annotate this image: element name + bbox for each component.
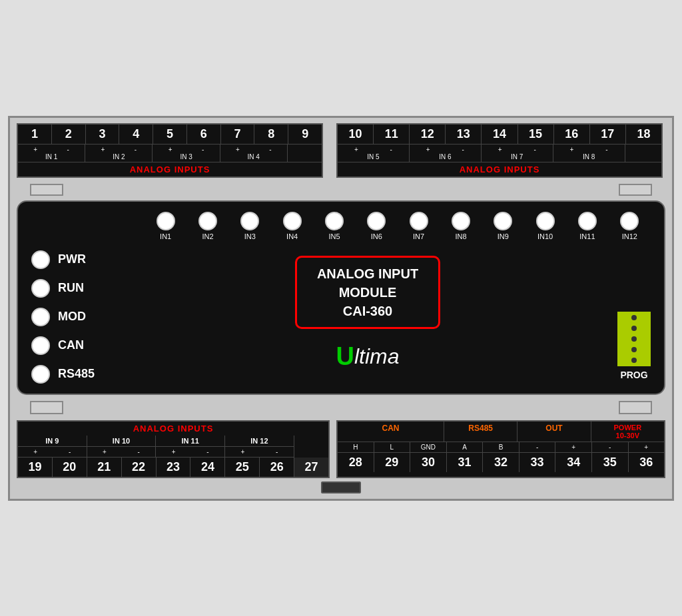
terminal-num-35: 35 [592,453,629,472]
in9-group-label: IN 9 [18,436,87,447]
terminal-num-8: 8 [254,125,288,144]
power-header: POWER 10-30V [591,422,664,442]
terminal-num-4: 4 [119,125,153,144]
ultima-logo: U ltima [336,342,399,371]
top-left-analog-label: ANALOG INPUTS [18,162,322,176]
prog-dot-4[interactable] [631,347,637,352]
in11-minus: - [204,447,211,457]
top-left-din-connector [30,184,63,196]
terminal-num-23: 23 [157,458,191,477]
in12-plus: + [238,447,247,457]
led-circle-in7 [410,212,428,230]
can-led-item: CAN [31,336,118,355]
top-left-numbers-row: 1 2 3 4 5 6 7 8 9 [18,125,322,145]
can-led-circle [31,336,50,355]
led-in12: IN12 [609,212,651,240]
top-left-terminal-block: 1 2 3 4 5 6 7 8 9 +- IN 1 +- IN 2 [17,123,323,178]
terminal-num-9: 9 [288,125,322,144]
terminal-num-26: 26 [260,458,294,477]
in2-label: +- IN 2 [85,145,153,162]
led-in5: IN5 [313,212,355,240]
terminal-num-12: 12 [410,125,446,144]
terminal-num-13: 13 [446,125,482,144]
led-in11: IN11 [566,212,608,240]
led-label-in1: IN1 [160,232,171,240]
led-circle-in12 [620,212,639,230]
bottom-terminal-section: ANALOG INPUTS IN 9 + - IN 10 + - [10,417,672,499]
module-name-line2: MODULE [317,283,418,302]
terminal-num-25: 25 [225,458,260,477]
prog-dot-3[interactable] [631,336,637,342]
terminal-num-21: 21 [87,458,122,477]
pwr-led-item: PWR [31,250,118,269]
led-label-in7: IN7 [413,232,424,240]
rs485-header: RS485 [444,422,517,442]
mod-led-item: MOD [31,308,118,326]
led-in4: IN4 [271,212,313,240]
led-label-in3: IN3 [244,232,256,240]
in1-label: +- IN 1 [18,145,85,162]
power-minus-label: - [592,442,629,452]
terminal-num-29: 29 [374,453,411,472]
sub-group-spacer [294,436,328,458]
top-right-din-connector [619,184,652,196]
terminal-num-19: 19 [18,458,53,477]
bottom-clip-row [17,478,665,493]
can-gnd-label: GND [410,442,447,452]
in10-group-label: IN 10 [87,436,156,447]
main-module: IN1 IN2 IN3 IN4 IN5 IN6 [17,200,665,395]
bottom-right-din-connector [619,401,652,414]
bottom-right-header-row: CAN RS485 OUT POWER 10-30V [338,422,664,442]
in9-pm: + - [18,447,87,458]
top-right-analog-label: ANALOG INPUTS [338,162,661,176]
led-in7: IN7 [398,212,440,240]
mod-led-label: MOD [58,310,86,324]
run-led-circle [31,279,50,298]
bottom-left-din-connector [30,401,63,414]
led-label-in12: IN12 [622,232,637,240]
prog-dot-2[interactable] [631,326,637,331]
in11-group-label: IN 11 [156,436,224,447]
bottom-left-analog-label: ANALOG INPUTS [18,422,328,436]
in6-label: +- IN 6 [410,145,482,162]
led-circle-in9 [494,212,512,230]
bottom-left-sub-groups: IN 9 + - IN 10 + - IN 11 [18,436,328,458]
module-name-box: ANALOG INPUT MODULE CAI-360 [295,256,440,329]
out-minus-label: - [519,442,556,452]
in11-pm: + - [156,447,224,458]
bottom-left-terminal-block: ANALOG INPUTS IN 9 + - IN 10 + - [17,420,330,478]
in5-label: +- IN 5 [338,145,410,162]
terminal-num-3: 3 [86,125,120,144]
in11-plus: + [169,447,178,457]
led-in6: IN6 [356,212,398,240]
led-in3: IN3 [229,212,271,240]
terminal-num-22: 22 [122,458,157,477]
led-circle-in8 [452,212,470,230]
in12-group-label: IN 12 [225,436,294,447]
can-l-label: L [374,442,411,452]
terminal-num-10: 10 [338,125,374,144]
terminal-num-6: 6 [187,125,221,144]
rs485-led-item: RS485 [31,365,118,384]
in9-plus: + [31,447,40,457]
led-label-in10: IN10 [537,232,553,240]
terminal-num-27: 27 [294,458,328,477]
terminal-num-33: 33 [519,453,556,472]
power-plus-label: + [629,442,665,452]
mod-led-circle [31,308,50,326]
led-label-in5: IN5 [328,232,340,240]
bottom-left-numbers-row: 19 20 21 22 23 24 25 26 27 [18,458,328,477]
rs485-b-label: B [483,442,519,452]
terminal-num-20: 20 [53,458,87,477]
terminal-num-28: 28 [338,453,374,472]
led-label-in11: IN11 [579,232,595,240]
led-in2: IN2 [186,212,228,240]
sub-group-in11: IN 11 + - [156,436,225,458]
in4-label: +- IN 4 [220,145,288,162]
can-header: CAN [338,422,444,442]
terminal-num-14: 14 [482,125,517,144]
prog-dot-1[interactable] [631,315,637,320]
top-right-labels-row: +- IN 5 +- IN 6 +- IN 7 +- IN 8 [338,145,661,162]
prog-label: PROG [620,370,647,380]
prog-dot-5[interactable] [631,358,637,363]
